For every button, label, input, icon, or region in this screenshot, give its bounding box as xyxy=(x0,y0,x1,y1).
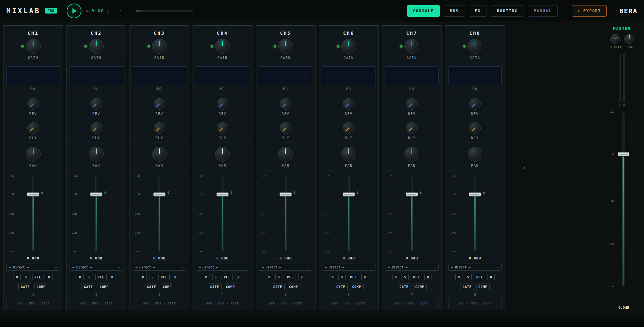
pan-knob[interactable] xyxy=(404,147,419,162)
reverb-send-knob[interactable] xyxy=(154,98,165,110)
reverb-send-knob[interactable] xyxy=(280,98,291,110)
delay-send-knob[interactable] xyxy=(217,122,228,134)
gate-button[interactable]: GATE xyxy=(18,284,32,290)
reverb-send-knob[interactable] xyxy=(27,98,39,110)
phase-button[interactable]: Ø xyxy=(46,274,53,280)
fader-track[interactable] xyxy=(348,176,350,251)
solo-button[interactable]: S xyxy=(275,274,282,280)
gate-button[interactable]: GATE xyxy=(81,284,95,290)
solo-button[interactable]: S xyxy=(402,274,409,280)
tab-console[interactable]: CONSOLE xyxy=(407,5,440,17)
reverb-send-knob[interactable] xyxy=(217,98,228,110)
file-dropzone[interactable]: WAV · MP3 · AIFF xyxy=(196,299,249,308)
limiter-knob[interactable] xyxy=(610,34,620,44)
pfl-button[interactable]: PFL xyxy=(348,274,359,280)
gate-button[interactable]: GATE xyxy=(271,284,284,290)
solo-button[interactable]: S xyxy=(212,274,219,280)
eq-display[interactable] xyxy=(196,66,249,85)
file-dropzone[interactable]: WAV · MP3 · AIFF xyxy=(133,299,186,308)
gain-knob[interactable] xyxy=(152,39,167,54)
gain-knob[interactable] xyxy=(215,39,230,54)
file-dropzone[interactable]: WAV · MP3 · AIFF xyxy=(6,299,60,308)
fader-track[interactable] xyxy=(158,176,160,251)
routing-select[interactable]: – Direct – ⌄ xyxy=(6,264,60,271)
eq-display[interactable] xyxy=(259,66,312,85)
fader-handle[interactable] xyxy=(27,192,39,196)
eq-display[interactable] xyxy=(133,66,186,85)
mute-button[interactable]: M xyxy=(203,274,210,280)
comp-button[interactable]: COMP xyxy=(34,284,48,290)
pan-knob[interactable] xyxy=(26,147,41,162)
reverb-send-knob[interactable] xyxy=(90,98,102,110)
eq-display[interactable] xyxy=(6,66,60,85)
gate-button[interactable]: GATE xyxy=(145,284,158,290)
fader-track[interactable] xyxy=(411,176,413,251)
routing-select[interactable]: – Direct – ⌄ xyxy=(448,264,502,271)
file-dropzone[interactable]: WAV · MP3 · AIFF xyxy=(448,299,502,308)
delay-send-knob[interactable] xyxy=(90,122,102,134)
phase-button[interactable]: Ø xyxy=(361,274,368,280)
fader-track[interactable] xyxy=(474,176,476,251)
reverb-send-knob[interactable] xyxy=(406,98,418,110)
phase-button[interactable]: Ø xyxy=(298,274,305,280)
gate-button[interactable]: GATE xyxy=(460,284,474,290)
fader-track[interactable] xyxy=(95,176,97,251)
play-button[interactable] xyxy=(67,4,81,18)
routing-select[interactable]: – Direct – ⌄ xyxy=(259,264,312,271)
fader-handle[interactable] xyxy=(469,192,481,196)
phase-button[interactable]: Ø xyxy=(172,274,179,280)
gate-button[interactable]: GATE xyxy=(208,284,221,290)
mute-button[interactable]: M xyxy=(455,274,462,280)
routing-select[interactable]: – Direct – ⌄ xyxy=(322,264,375,271)
mute-button[interactable]: M xyxy=(14,274,21,280)
pan-knob[interactable] xyxy=(215,147,230,162)
solo-button[interactable]: S xyxy=(23,274,30,280)
pan-knob[interactable] xyxy=(278,147,293,162)
comp-button[interactable]: COMP xyxy=(350,284,364,290)
delay-send-knob[interactable] xyxy=(406,122,418,134)
routing-select[interactable]: – Direct – ⌄ xyxy=(70,264,123,271)
pfl-button[interactable]: PFL xyxy=(158,274,170,280)
delay-send-knob[interactable] xyxy=(343,122,355,134)
comp-button[interactable]: COMP xyxy=(413,284,427,290)
fader-track[interactable] xyxy=(285,176,287,251)
pan-knob[interactable] xyxy=(152,147,167,162)
gate-button[interactable]: GATE xyxy=(397,284,411,290)
pfl-button[interactable]: PFL xyxy=(32,274,43,280)
file-dropzone[interactable]: WAV · MP3 · AIFF xyxy=(385,299,439,308)
gain-knob[interactable] xyxy=(341,39,356,54)
comp-button[interactable]: COMP xyxy=(287,284,300,290)
mute-button[interactable]: M xyxy=(266,274,273,280)
mute-button[interactable]: M xyxy=(329,274,336,280)
phase-button[interactable]: Ø xyxy=(488,274,495,280)
delay-send-knob[interactable] xyxy=(280,122,291,134)
solo-button[interactable]: S xyxy=(86,274,93,280)
tab-routing[interactable]: ROUTING xyxy=(491,5,524,17)
comp-button[interactable]: COMP xyxy=(476,284,490,290)
delay-send-knob[interactable] xyxy=(27,122,39,134)
master-fader-track[interactable] xyxy=(622,112,625,286)
master-comp-knob[interactable] xyxy=(624,34,634,44)
reverb-send-knob[interactable] xyxy=(469,98,481,110)
fader-handle[interactable] xyxy=(343,192,355,196)
pfl-button[interactable]: PFL xyxy=(474,274,485,280)
pan-knob[interactable] xyxy=(89,147,104,162)
delay-send-knob[interactable] xyxy=(469,122,481,134)
progress-bar[interactable] xyxy=(136,10,193,12)
comp-button[interactable]: COMP xyxy=(161,284,174,290)
eq-display[interactable] xyxy=(448,66,502,85)
fader-handle[interactable] xyxy=(279,192,292,196)
fader-handle[interactable] xyxy=(406,192,418,196)
tab-bus[interactable]: BUS xyxy=(444,5,465,17)
fader-track[interactable] xyxy=(32,176,34,251)
eq-display[interactable] xyxy=(322,66,375,85)
master-fader-handle[interactable] xyxy=(618,152,629,156)
eq-display[interactable] xyxy=(70,66,123,85)
comp-button[interactable]: COMP xyxy=(224,284,237,290)
solo-button[interactable]: S xyxy=(338,274,346,280)
gain-knob[interactable] xyxy=(89,39,104,54)
tab-fx[interactable]: FX xyxy=(469,5,487,17)
file-dropzone[interactable]: WAV · MP3 · AIFF xyxy=(259,299,312,308)
routing-select[interactable]: – Direct – ⌄ xyxy=(133,264,186,271)
fader-handle[interactable] xyxy=(90,192,102,196)
